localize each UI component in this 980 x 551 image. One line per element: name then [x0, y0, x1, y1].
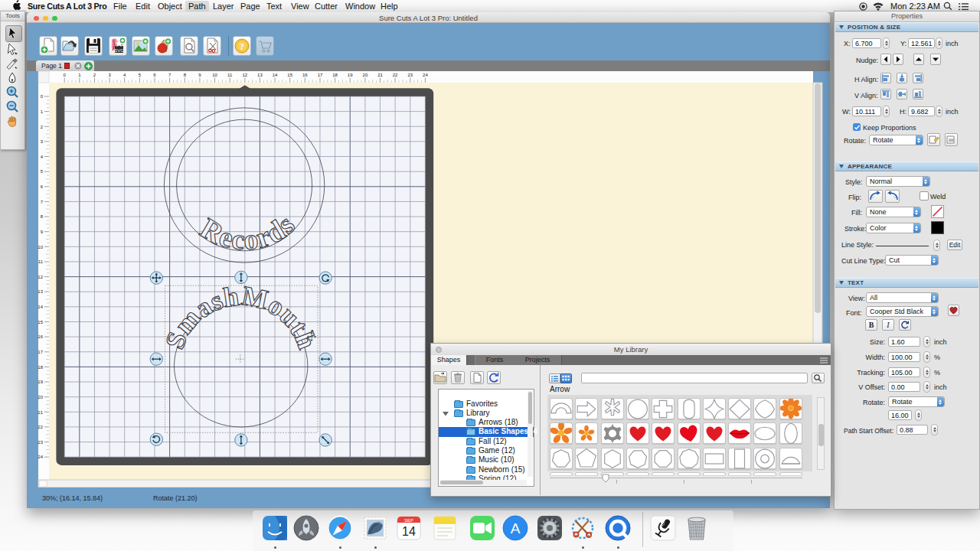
svg-text:22: 22: [38, 425, 43, 429]
svg-text:22: 22: [393, 73, 398, 77]
svg-text:18: 18: [38, 365, 43, 370]
svg-text:23: 23: [38, 440, 43, 445]
svg-text:12: 12: [242, 73, 247, 77]
svg-text:15: 15: [38, 320, 43, 324]
svg-text:SEP: SEP: [404, 518, 413, 523]
svg-text:17: 17: [38, 350, 43, 354]
svg-text:10: 10: [38, 245, 43, 249]
svg-text:17: 17: [318, 73, 323, 77]
svg-text:11: 11: [38, 259, 44, 264]
svg-text:11: 11: [227, 73, 233, 77]
svg-text:12: 12: [38, 275, 43, 279]
svg-text:14: 14: [38, 305, 43, 309]
svg-text:20: 20: [363, 73, 368, 77]
svg-text:?: ?: [240, 41, 244, 52]
svg-text:14: 14: [402, 525, 416, 538]
svg-text:14: 14: [273, 73, 278, 77]
svg-text:15: 15: [287, 73, 292, 77]
svg-text:23: 23: [407, 73, 413, 77]
svg-text:21: 21: [377, 73, 383, 77]
svg-text:10: 10: [212, 73, 217, 77]
svg-text:A: A: [511, 520, 521, 536]
svg-text:16: 16: [302, 73, 308, 77]
svg-text:16: 16: [38, 334, 43, 339]
svg-text:19: 19: [38, 380, 43, 384]
svg-text:13: 13: [257, 73, 263, 77]
svg-text:SVG: SVG: [114, 48, 124, 53]
svg-text:24: 24: [38, 455, 43, 459]
svg-text:19: 19: [348, 73, 353, 77]
svg-text:24: 24: [423, 73, 428, 77]
svg-text:18: 18: [332, 73, 338, 77]
svg-text:13: 13: [38, 289, 43, 294]
svg-text:21: 21: [38, 410, 43, 415]
svg-text:20: 20: [38, 395, 43, 399]
